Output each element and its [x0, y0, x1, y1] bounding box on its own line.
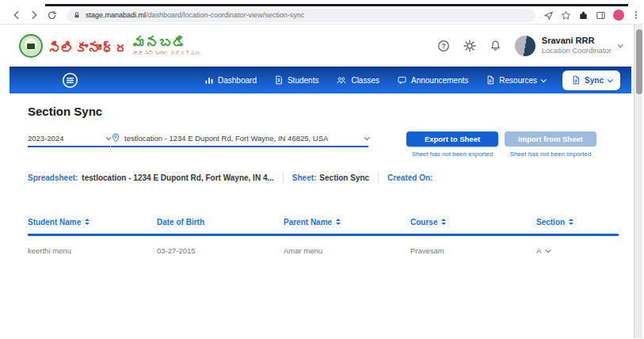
divider — [283, 172, 284, 183]
brand-name-primary: సిలికానాంధ్ర — [48, 42, 128, 55]
main-navbar: Dashboard Students Classes Announcements — [10, 67, 631, 93]
browser-toolbar: stage.manabadi.ml/dashboard/location-coo… — [10, 6, 641, 24]
people-icon — [336, 75, 347, 85]
sort-icon — [441, 219, 446, 225]
user-menu[interactable]: Sravani RRR Location Coordinator — [515, 36, 622, 56]
export-hint: Sheet has not been exported — [406, 150, 498, 158]
column-header-parent-name[interactable]: Parent Name — [284, 218, 410, 227]
file-icon — [571, 75, 581, 85]
share-icon[interactable] — [543, 10, 554, 21]
file-icon — [486, 75, 495, 85]
menu-toggle-button[interactable] — [62, 72, 78, 89]
column-header-date-of-birth[interactable]: Date of Birth — [157, 218, 284, 227]
bar-chart-icon — [204, 75, 214, 85]
refresh-button[interactable] — [44, 8, 59, 22]
brand-name-secondary: మనబడి — [132, 36, 200, 50]
location-select-value: testlocation - 1234 E Dupont Rd, Fort Wa… — [124, 134, 328, 143]
app-header: సిలికానాంధ్ర మనబడి భాషా సంస్కృతుల పరిరక్… — [10, 25, 631, 67]
column-header-section[interactable]: Section — [536, 218, 619, 227]
nav-item-dashboard[interactable]: Dashboard — [204, 75, 257, 85]
column-header-student-name[interactable]: Student Name — [28, 218, 157, 227]
import-from-sheet-button[interactable]: Import from Sheet — [505, 131, 596, 147]
bookmark-star-icon[interactable] — [561, 10, 571, 21]
scrollbar-thumb[interactable] — [636, 29, 642, 94]
browser-menu-icon[interactable] — [631, 10, 641, 20]
lock-icon — [73, 11, 81, 19]
table-header-divider — [28, 234, 619, 236]
chevron-down-icon — [541, 77, 547, 82]
chevron-down-icon — [618, 42, 623, 48]
column-header-course[interactable]: Course — [410, 218, 536, 227]
notifications-bell-icon[interactable] — [490, 40, 501, 51]
cell-date-of-birth: 03-27-2015 — [157, 246, 284, 255]
sheet-label: Sheet: — [292, 173, 317, 182]
section-select-value: A — [536, 246, 541, 255]
cell-parent-name: Amar menu — [284, 246, 410, 255]
chevron-down-icon — [364, 135, 370, 140]
help-icon[interactable]: ? — [437, 40, 450, 52]
spreadsheet-value: testlocation - 1234 E Dupont Rd, Fort Wa… — [82, 173, 273, 182]
section-sync-table: Student Name Date of Birth Parent Name C… — [28, 212, 619, 263]
location-select[interactable]: testlocation - 1234 E Dupont Rd, Fort Wa… — [111, 130, 368, 147]
brand-tagline: భాషా సంస్కృతుల పరిరక్షణ — [132, 51, 200, 55]
sort-icon — [85, 219, 90, 225]
sort-icon — [569, 219, 574, 225]
nav-item-resources[interactable]: Resources — [486, 75, 545, 85]
user-name: Sravani RRR — [542, 36, 612, 47]
main-content: Section Sync 2023-2024 testlocation - 12… — [10, 93, 631, 339]
year-select-value: 2023-2024 — [28, 134, 63, 143]
nav-item-announcements[interactable]: Announcements — [397, 75, 468, 85]
sheet-value: Section Sync — [319, 173, 369, 182]
scrollbar-track[interactable] — [634, 25, 642, 338]
browser-profile-avatar[interactable] — [613, 10, 624, 21]
user-avatar — [515, 36, 535, 56]
chat-icon — [397, 75, 407, 85]
back-button[interactable] — [10, 8, 24, 22]
extensions-icon[interactable] — [578, 10, 589, 21]
nav-item-sync[interactable]: Sync — [562, 70, 620, 90]
year-select[interactable]: 2023-2024 — [28, 130, 110, 147]
cell-student-name: keerthi menu — [28, 246, 157, 255]
brand-logo[interactable]: సిలికానాంధ్ర మనబడి భాషా సంస్కృతుల పరిరక్… — [19, 34, 200, 58]
cell-course: Pravesam — [410, 246, 536, 255]
import-hint: Sheet has not been imported — [505, 150, 596, 158]
student-doc-icon — [274, 75, 284, 85]
table-row: keerthi menu 03-27-2015 Amar menu Praves… — [28, 238, 619, 263]
spreadsheet-label: Spreadsheet: — [28, 173, 78, 182]
chevron-down-icon — [608, 77, 613, 82]
svg-text:?: ? — [441, 42, 445, 50]
export-to-sheet-button[interactable]: Export to Sheet — [406, 131, 498, 147]
nav-item-students[interactable]: Students — [274, 75, 318, 85]
nav-item-classes[interactable]: Classes — [336, 75, 379, 85]
chevron-down-icon — [546, 247, 551, 253]
sort-icon — [336, 219, 341, 225]
user-role: Location Coordinator — [542, 46, 612, 55]
forward-button[interactable] — [27, 8, 41, 22]
side-panel-icon[interactable] — [596, 10, 606, 21]
section-select[interactable]: A — [536, 246, 619, 255]
chrome-actions — [543, 10, 641, 21]
url-text: stage.manabadi.ml/dashboard/location-coo… — [86, 11, 304, 19]
screen: stage.manabadi.ml/dashboard/location-coo… — [0, 0, 644, 339]
sheet-info-bar: Spreadsheet: testlocation - 1234 E Dupon… — [28, 172, 436, 183]
table-header-row: Student Name Date of Birth Parent Name C… — [28, 212, 619, 231]
brand-logo-icon — [19, 34, 43, 58]
settings-gear-icon[interactable] — [463, 40, 476, 52]
created-on-label: Created On: — [387, 173, 433, 182]
page-title: Section Sync — [28, 105, 102, 118]
divider — [378, 172, 379, 183]
location-pin-icon — [111, 133, 120, 143]
address-bar[interactable]: stage.manabadi.ml/dashboard/location-coo… — [67, 9, 535, 22]
